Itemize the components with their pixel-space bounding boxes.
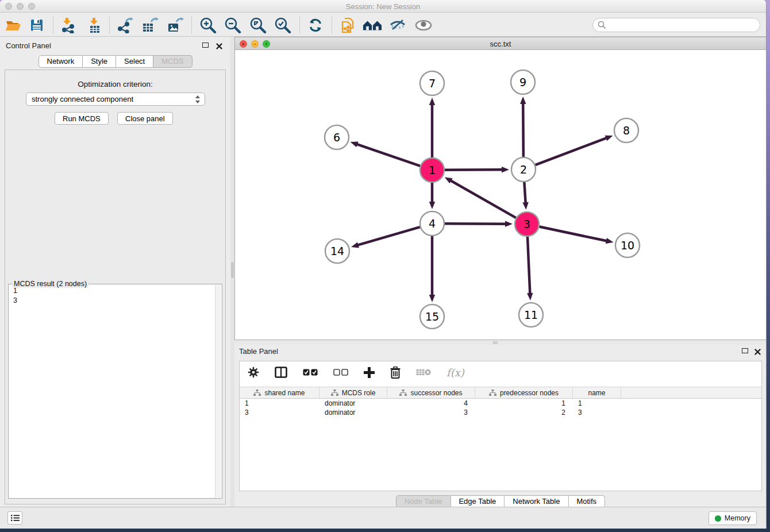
graph-edge-4-14[interactable] — [351, 227, 420, 248]
deselect-all-columns-button[interactable] — [333, 369, 348, 376]
table-row[interactable]: 1dominator411 — [240, 399, 761, 408]
table-cell-name[interactable]: 1 — [573, 399, 621, 408]
tab-select[interactable]: Select — [116, 55, 153, 68]
column-header-name[interactable]: name — [573, 387, 621, 398]
graph-node-label: 10 — [621, 239, 634, 252]
zoom-selected-button[interactable] — [273, 16, 292, 34]
graph-edge-1-7[interactable] — [429, 98, 435, 157]
tab-style[interactable]: Style — [83, 55, 116, 68]
graph-edge-3-1[interactable] — [445, 177, 516, 218]
graph-node-3[interactable]: 3 — [515, 212, 539, 236]
tab-edge-table[interactable]: Edge Table — [451, 495, 505, 508]
hide-selected-button[interactable] — [388, 16, 407, 34]
network-graph-canvas[interactable]: 7968124314101511 — [235, 50, 766, 340]
import-network-button[interactable] — [58, 16, 78, 34]
tab-network-table[interactable]: Network Table — [505, 495, 568, 508]
splitter-thumb[interactable] — [493, 341, 498, 344]
run-mcds-button[interactable]: Run MCDS — [55, 112, 109, 125]
splitter-thumb[interactable] — [231, 262, 234, 278]
table-cell-MCDS-role[interactable]: dominator — [319, 408, 387, 417]
tab-network[interactable]: Network — [38, 55, 83, 68]
table-split-view-button[interactable] — [275, 367, 287, 378]
close-panel-button[interactable]: Close panel — [117, 112, 173, 125]
graph-edge-1-4[interactable] — [429, 183, 435, 209]
table-cell-name[interactable]: 3 — [573, 408, 621, 417]
float-table-panel-icon[interactable] — [742, 348, 748, 353]
node-table-body: 1dominator4113dominator323 — [240, 399, 761, 417]
close-panel-icon[interactable] — [216, 41, 222, 52]
table-cell-predecessor-nodes[interactable]: 2 — [475, 408, 573, 417]
zoom-out-button[interactable] — [223, 16, 242, 34]
select-all-columns-button[interactable] — [303, 369, 318, 376]
graph-edge-4-3[interactable] — [445, 221, 513, 227]
float-panel-icon[interactable] — [202, 43, 209, 48]
mcds-result-scrollbar[interactable] — [215, 285, 221, 498]
graph-edge-4-15[interactable] — [429, 236, 435, 302]
first-neighbors-houses-icon — [363, 18, 382, 33]
graph-node-1[interactable]: 1 — [420, 158, 444, 182]
tab-node-table[interactable]: Node Table — [396, 495, 451, 508]
export-network-button[interactable] — [115, 16, 134, 34]
graph-node-11[interactable]: 11 — [519, 303, 543, 327]
import-table-button[interactable] — [85, 16, 105, 34]
table-row[interactable]: 3dominator323 — [240, 408, 761, 417]
table-cell-successor-nodes[interactable]: 3 — [387, 408, 475, 417]
first-neighbors-button[interactable] — [363, 16, 382, 34]
mcds-result-line: 3 — [13, 296, 214, 306]
export-image-button[interactable] — [165, 16, 185, 34]
table-cell-shared-name[interactable]: 1 — [240, 399, 319, 408]
table-cell-predecessor-nodes[interactable]: 1 — [475, 399, 573, 408]
graph-edge-3-10[interactable] — [540, 227, 614, 244]
delete-table-button-disabled — [416, 368, 431, 376]
memory-button[interactable]: Memory — [709, 511, 757, 525]
refresh-view-button[interactable] — [306, 16, 325, 34]
show-all-button[interactable] — [414, 16, 433, 34]
graph-node-label: 3 — [523, 218, 530, 230]
open-session-button[interactable] — [3, 16, 23, 34]
table-cell-successor-nodes[interactable]: 4 — [387, 399, 475, 408]
zoom-fit-icon — [249, 17, 267, 34]
save-session-button[interactable] — [27, 16, 47, 34]
graph-edge-2-3[interactable] — [522, 182, 528, 210]
search-field[interactable] — [592, 18, 760, 32]
graph-edge-1-2[interactable] — [445, 167, 509, 172]
graph-node-9[interactable]: 9 — [511, 70, 535, 94]
graph-node-7[interactable]: 7 — [420, 71, 444, 95]
task-history-button[interactable] — [7, 511, 22, 525]
column-header-shared-name[interactable]: shared name — [240, 387, 319, 398]
graph-edge-2-8[interactable] — [536, 136, 613, 165]
column-header-successor-nodes[interactable]: successor nodes — [387, 387, 475, 398]
horizontal-splitter[interactable] — [234, 340, 767, 345]
graph-node-14[interactable]: 14 — [325, 239, 349, 263]
table-cell-shared-name[interactable]: 3 — [240, 408, 319, 417]
tab-mcds[interactable]: MCDS — [153, 55, 192, 68]
table-settings-button[interactable] — [248, 367, 259, 378]
tab-motifs[interactable]: Motifs — [568, 495, 605, 508]
column-header-MCDS-role[interactable]: MCDS role — [319, 387, 387, 398]
graph-edge-3-11[interactable] — [527, 237, 533, 300]
vertical-splitter[interactable] — [230, 37, 234, 510]
zoom-out-icon — [224, 17, 241, 34]
graph-node-4[interactable]: 4 — [420, 211, 444, 236]
clone-network-button[interactable] — [338, 16, 357, 34]
graph-node-10[interactable]: 10 — [615, 233, 640, 257]
graph-node-2[interactable]: 2 — [511, 157, 536, 182]
delete-column-button[interactable] — [390, 367, 401, 379]
export-table-button[interactable] — [140, 16, 160, 34]
graph-node-6[interactable]: 6 — [325, 125, 349, 149]
search-input[interactable] — [609, 20, 755, 31]
add-column-button[interactable] — [364, 367, 375, 378]
zoom-fit-button[interactable] — [248, 16, 268, 34]
close-table-panel-icon[interactable] — [754, 347, 761, 357]
column-header-predecessor-nodes[interactable]: predecessor nodes — [475, 387, 573, 398]
zoom-in-button[interactable] — [198, 16, 218, 34]
table-cell-MCDS-role[interactable]: dominator — [319, 399, 387, 408]
graph-edge-1-6[interactable] — [351, 141, 421, 165]
checked-boxes-icon — [303, 369, 318, 376]
graph-node-8[interactable]: 8 — [614, 118, 638, 142]
graph-node-15[interactable]: 15 — [420, 304, 444, 329]
criterion-dropdown[interactable]: strongly connected component — [26, 92, 205, 106]
refresh-icon — [307, 17, 324, 33]
mcds-result-text[interactable]: 13 — [10, 286, 214, 497]
graph-edge-2-9[interactable] — [520, 97, 526, 157]
